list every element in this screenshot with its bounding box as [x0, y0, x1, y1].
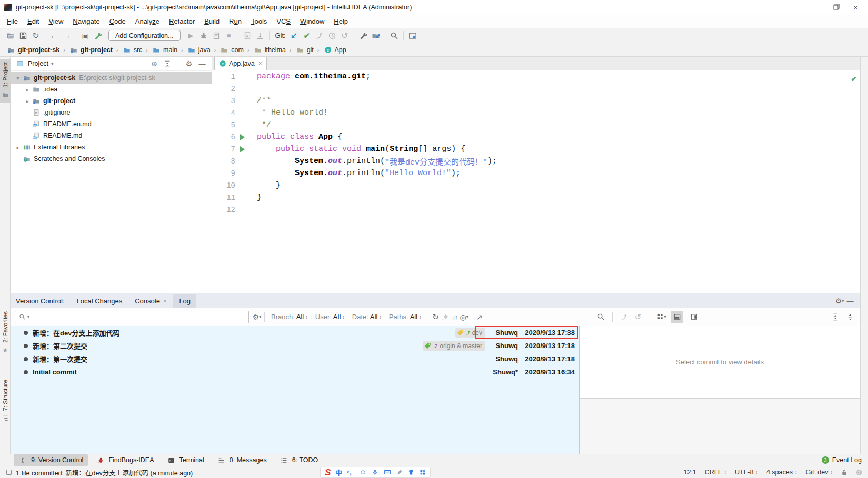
toolbar-run-icon[interactable]: ▶	[186, 31, 196, 40]
collapse-all-icon[interactable]	[162, 59, 173, 68]
open-in-new-window-icon[interactable]: ↗	[475, 312, 484, 322]
toolbar-forward-icon[interactable]: →	[62, 31, 72, 40]
commit-list[interactable]: 新增：在dev分支上添加代码devShuwq2020/9/13 17:38新增：…	[11, 326, 579, 454]
tree-item-readme-en-md[interactable]: MDREADME.en.md	[11, 118, 212, 130]
menu-vcs[interactable]: VCS	[272, 16, 295, 27]
toolwindow-terminal[interactable]: >_Terminal	[162, 454, 209, 466]
menu-navigate[interactable]: Navigate	[68, 16, 104, 27]
toolwindow-0-messages[interactable]: 0: Messages	[212, 454, 272, 466]
toolbar-settings-wrench-icon[interactable]	[358, 31, 368, 40]
menu-help[interactable]: Help	[329, 16, 353, 27]
toolbar-debug-icon[interactable]	[199, 31, 208, 40]
status-4-spaces[interactable]: 4 spaces↕	[766, 469, 797, 476]
vcs-gear-icon[interactable]: ⚙▾	[835, 296, 844, 306]
minimize-button[interactable]: –	[816, 4, 820, 12]
add-configuration-button[interactable]: Add Configuration...	[108, 30, 181, 41]
close-button[interactable]: ×	[853, 4, 857, 12]
tree-chevron-icon[interactable]: ▸	[23, 87, 32, 93]
undo-icon[interactable]: ↺	[633, 312, 643, 322]
menu-file[interactable]: File	[2, 16, 23, 27]
branch-ref-chip[interactable]: origin & master	[423, 341, 485, 351]
menu-window[interactable]: Window	[295, 16, 329, 27]
toolbar-git-update-icon[interactable]: ↙	[290, 31, 299, 40]
tree-item-external-libraries[interactable]: ▸External Libraries	[11, 141, 212, 153]
breadcrumb-item-itheima[interactable]: itheima	[252, 45, 287, 55]
log-filter-paths[interactable]: Paths:All↕	[389, 313, 422, 321]
toolbar-open-folder-icon[interactable]	[6, 31, 15, 40]
inspections-ok-icon[interactable]: ✔	[851, 75, 857, 83]
show-details-eye-icon[interactable]: ◎▾	[460, 312, 469, 322]
toolbar-run-file-icon[interactable]	[243, 31, 252, 40]
search-dropdown-icon[interactable]: ▾	[27, 314, 29, 319]
ime-punctuation-icon[interactable]: °，	[347, 468, 355, 476]
breadcrumb-item-app[interactable]: cApp	[322, 45, 347, 55]
toolbar-cherry-pick-icon[interactable]	[315, 31, 324, 40]
ime-toolbar[interactable]: S 中 °， ☺	[320, 467, 431, 478]
log-search-field[interactable]: ▾	[15, 311, 249, 323]
ime-skin-icon[interactable]	[407, 467, 414, 477]
tree-item--gitignore[interactable]: .gitignore	[11, 107, 212, 118]
tree-chevron-icon[interactable]: ▸	[14, 145, 22, 150]
toolbar-build-icon[interactable]	[93, 31, 103, 40]
status-12-1[interactable]: 12:1	[683, 469, 696, 476]
collapse-all-icon[interactable]	[845, 312, 855, 322]
tree-item-scratches-and-consoles[interactable]: !Scratches and Consoles	[11, 153, 212, 165]
breadcrumb-item-git-project-sk[interactable]: git-project-sk	[5, 45, 61, 55]
locate-file-icon[interactable]: ⊕	[149, 59, 159, 68]
cherry-pick-icon[interactable]	[620, 312, 629, 322]
toolbar-project-structure-icon[interactable]	[371, 31, 381, 40]
toolbar-save-icon[interactable]	[18, 31, 28, 40]
stripe-item-2-favorites[interactable]: 2: Favorites★	[0, 308, 11, 358]
tree-item--idea[interactable]: ▸.idea	[11, 84, 212, 95]
refresh-icon[interactable]: ↻	[431, 312, 441, 322]
breadcrumb-item-git[interactable]: git	[294, 45, 315, 55]
run-gutter-icon[interactable]	[240, 146, 245, 152]
vcs-tab-local-changes[interactable]: Local Changes	[71, 294, 128, 308]
menu-code[interactable]: Code	[105, 16, 131, 27]
status-utf-8[interactable]: UTF-8↕	[735, 469, 758, 476]
log-settings-gear-icon[interactable]: ⚙▾	[252, 312, 262, 322]
log-filter-branch[interactable]: Branch:All↕	[271, 313, 308, 321]
status-message[interactable]: 1 file committed: 新增：在dev分支上添加代码 (a minu…	[5, 467, 193, 477]
menu-analyze[interactable]: Analyze	[131, 16, 164, 27]
menu-build[interactable]: Build	[199, 16, 224, 27]
menu-edit[interactable]: Edit	[23, 16, 44, 27]
lock-icon[interactable]	[841, 469, 847, 476]
toolbar-sync-icon[interactable]: ↻	[31, 31, 41, 40]
layout-details-bottom-toggle[interactable]	[671, 311, 683, 323]
commit-row[interactable]: 新增：第一次提交Shuwq2020/9/13 17:18	[11, 352, 579, 365]
toolbar-tool-windows-icon[interactable]	[408, 31, 417, 40]
tab-close-icon[interactable]: ×	[258, 60, 262, 67]
ime-emoji-icon[interactable]: ☺	[360, 469, 366, 476]
toolbar-run-window-icon[interactable]: ▣	[81, 31, 90, 40]
toolbar-back-icon[interactable]: ←	[49, 31, 59, 40]
tab-app-java[interactable]: c App.java ×	[214, 57, 267, 70]
toolwindow-6-todo[interactable]: 6: TODO	[275, 454, 323, 466]
toolbar-git-commit-icon[interactable]: ✔	[302, 31, 312, 40]
branch-ref-chip[interactable]: dev	[455, 328, 485, 338]
panel-hide-icon[interactable]: —	[197, 59, 207, 68]
toolbar-download-icon[interactable]	[255, 31, 265, 40]
status-git-dev[interactable]: Git: dev↕	[805, 469, 833, 476]
breadcrumb-item-main[interactable]: main	[151, 45, 178, 55]
toolbar-rollback-icon[interactable]: ↺	[340, 31, 350, 40]
editor-body[interactable]: 123456789101112 package com.itheima.git;…	[212, 70, 860, 293]
vcs-tab-console[interactable]: Console×	[129, 294, 172, 308]
tree-chevron-icon[interactable]: ▸	[23, 98, 32, 104]
hector-icon[interactable]	[856, 469, 863, 476]
ime-chinese-mode-icon[interactable]: 中	[335, 467, 342, 477]
tab-close-icon[interactable]: ×	[163, 298, 166, 304]
sort-icon[interactable]: ↓↑	[450, 312, 460, 322]
menu-run[interactable]: Run	[224, 16, 246, 27]
layout-details-right-toggle[interactable]	[687, 311, 700, 323]
project-dropdown-icon[interactable]: ▾	[51, 61, 54, 66]
log-filter-user[interactable]: User:All↕	[315, 313, 345, 321]
breadcrumb-item-com[interactable]: com	[218, 45, 245, 55]
tree-item-git-project[interactable]: ▸git-project	[11, 95, 212, 107]
ime-mic-icon[interactable]	[371, 467, 378, 477]
log-filter-date[interactable]: Date:All↕	[352, 313, 382, 321]
toolbar-search-everywhere-icon[interactable]	[390, 31, 399, 40]
sogou-logo-icon[interactable]: S	[325, 468, 331, 477]
menu-tools[interactable]: Tools	[246, 16, 272, 27]
toolbar-coverage-icon[interactable]	[212, 31, 221, 40]
